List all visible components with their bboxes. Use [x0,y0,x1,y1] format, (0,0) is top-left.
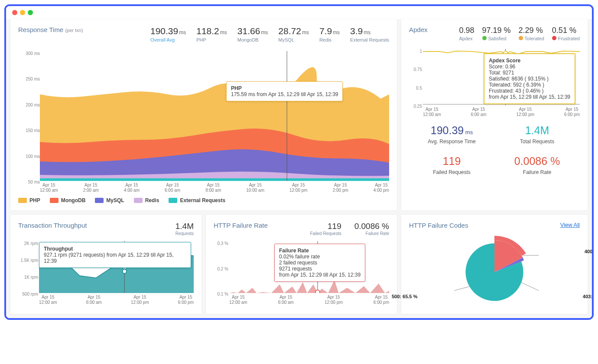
throughput-panel: Transaction Throughput 1.4MRequests 500 … [10,215,202,314]
window-min-icon[interactable] [20,10,25,15]
failure-codes-pie[interactable]: 400: 32.8 % 403: 1.7 % 500: 65.5 % [409,233,580,307]
pie-label-500: 500: 65.5 % [392,294,417,299]
legend-item[interactable]: MySQL [95,197,124,203]
failure-codes-title: HTTP Failure Codes [409,222,468,229]
apdex-stat: 190.39 msAvg. Response Time [409,124,494,145]
failure-rate-panel: HTTP Failure Rate 119Failed Requests0.00… [206,215,397,314]
apdex-title: Apdex [409,26,428,33]
apdex-stat: 1.4MTotal Requests [494,124,580,145]
throughput-title: Transaction Throughput [18,222,87,229]
window-close-icon[interactable] [12,10,17,15]
apdex-panel: Apdex 0.98Apdex97.19 %Satisfied2.29 %Tol… [401,19,588,210]
apdex-metric: 97.19 %Satisfied [482,26,511,41]
rt-metric: 118.2msPHP [196,26,227,42]
response-time-title: Response Time (per txn) [18,26,83,33]
apdex-metric: 2.29 %Tolerated [519,26,544,41]
throughput-chart[interactable]: 500 rpm1K rpm1.5K rpm2K rpm Apr 1512:00 … [18,241,194,305]
svg-line-11 [454,287,470,290]
view-all-link[interactable]: View All [560,222,580,228]
rt-metric: 7.9msRedis [319,26,340,42]
legend-item[interactable]: MongoDB [50,197,86,203]
pie-label-403: 403: 1.7 % [583,294,594,299]
svg-line-10 [521,282,539,290]
apdex-metric: 0.98Apdex [459,26,474,41]
apdex-chart[interactable]: 0.250.50.751 Apr 1512:00 amApr 156:00 am… [409,49,580,117]
rt-metric: 3.9msExternal Requests [350,26,389,42]
pie-label-400: 400: 32.8 % [585,249,594,254]
response-time-panel: Response Time (per txn) 190.39msOverall … [10,19,397,210]
rt-metric: 28.72msMySQL [278,26,309,42]
response-time-tooltip: PHP 175.59 ms from Apr 15, 12:29 till Ap… [226,81,343,101]
legend-item[interactable]: Redis [134,197,159,203]
legend-item[interactable]: PHP [18,197,40,203]
failure-rate-tooltip: Failure Rate 0.02% failure rate2 failed … [274,244,365,282]
apdex-stat: 119Failed Requests [409,155,494,175]
apdex-stat: 0.0086 %Failure Rate [494,155,580,175]
apdex-metric: 0.51 %Frustrated [552,26,580,41]
response-time-chart[interactable]: 50 ms100 ms150 ms200 ms250 ms300 ms Apr … [18,51,389,193]
apdex-tooltip: Apdex Score Score: 0.96Total: 9271Satisf… [484,53,575,104]
svg-point-8 [315,290,320,293]
response-time-legend: PHPMongoDBMySQLRedisExternal Requests [18,197,389,203]
window-max-icon[interactable] [28,10,33,15]
rt-metric: 31.66msMongoDB [237,26,268,42]
failure-rate-title: HTTP Failure Rate [214,222,268,229]
rt-metric: 190.39msOverall Avg [150,26,186,42]
window-titlebar [6,6,592,19]
throughput-tooltip: Throughput 927.1 rpm (9271 requests) fro… [39,242,191,268]
legend-item[interactable]: External Requests [169,197,225,203]
svg-point-6 [123,269,127,274]
failure-codes-panel: HTTP Failure Codes View All 400: 3 [401,215,588,314]
failure-rate-chart[interactable]: 0.1 %0.2 %0.3 % Apr 1512:00 amApr 156:00… [214,241,389,305]
